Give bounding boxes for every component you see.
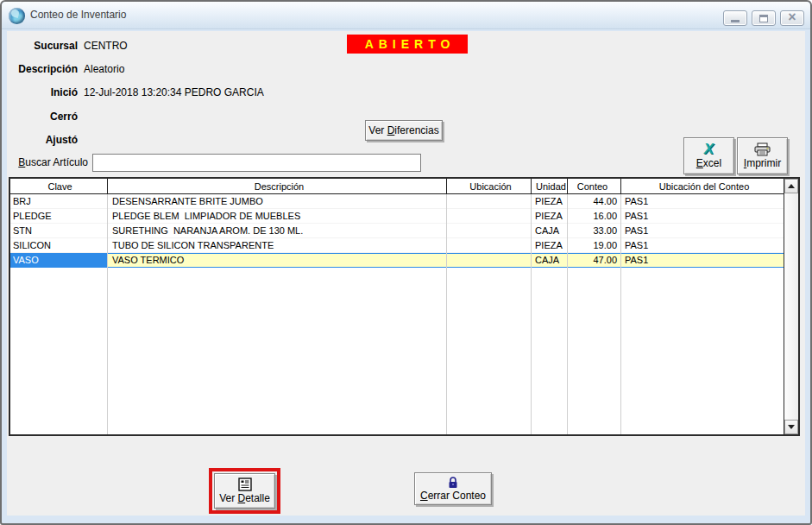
cell-unidad: PIEZA	[532, 194, 568, 209]
cell-ubicacion-conteo: PAS1	[621, 238, 784, 253]
cell-descripcion: SURETHING NARANJA AROM. DE 130 ML.	[108, 224, 447, 238]
cell-ubicacion	[447, 224, 532, 238]
excel-label: Excel	[696, 157, 721, 169]
field-label-ajusto: Ajustó	[9, 134, 78, 146]
cell-ubicacion	[447, 238, 532, 253]
arrow-up-icon	[788, 184, 795, 188]
field-label-sucursal: Sucursal	[9, 40, 78, 52]
empty-cell	[108, 268, 447, 434]
imprimir-button[interactable]: Imprimir	[737, 137, 788, 174]
close-icon: ×	[788, 11, 796, 23]
scroll-down-button[interactable]	[784, 420, 798, 434]
cell-conteo: 16.00	[568, 209, 621, 224]
minimize-button[interactable]	[723, 10, 747, 26]
ver-diferencias-label: Ver Diferencias	[368, 124, 438, 136]
ver-diferencias-button[interactable]: Ver Diferencias	[365, 120, 443, 141]
empty-cell	[621, 268, 784, 434]
printer-icon	[754, 142, 771, 156]
column-header-clave[interactable]: Clave	[10, 179, 108, 193]
cell-unidad: PIEZA	[532, 209, 568, 224]
cell-clave: STN	[10, 224, 108, 238]
inventory-table: Clave Descripción Ubicación Unidad Conte…	[9, 177, 800, 436]
app-icon	[9, 8, 25, 24]
search-input[interactable]	[92, 154, 421, 172]
column-header-unidad[interactable]: Unidad	[532, 179, 568, 193]
arrow-down-icon	[788, 425, 795, 429]
cell-conteo: 47.00	[568, 253, 621, 268]
cell-unidad: CAJA	[532, 253, 568, 268]
field-label-inicio: Inició	[9, 86, 78, 98]
ver-detalle-button[interactable]: Ver Detalle	[214, 473, 275, 509]
cell-ubicacion-conteo: PAS1	[621, 194, 784, 209]
cell-clave: VASO	[10, 253, 108, 268]
empty-cell	[532, 268, 568, 434]
table-row[interactable]: PLEDGE PLEDGE BLEM LIMPIADOR DE MUEBLES …	[10, 209, 784, 224]
cell-unidad: PIEZA	[532, 238, 568, 253]
field-value-descripcion: Aleatorio	[84, 63, 124, 75]
close-button[interactable]: ×	[780, 10, 804, 26]
field-value-inicio: 12-Jul-2018 13:20:34 PEDRO GARCIA	[84, 86, 264, 98]
cerrar-conteo-button[interactable]: Cerrar Conteo	[414, 472, 492, 505]
cell-descripcion: VASO TERMICO	[108, 253, 447, 268]
cell-descripcion: PLEDGE BLEM LIMPIADOR DE MUEBLES	[108, 209, 447, 224]
table-empty-area	[10, 268, 784, 434]
cell-conteo: 19.00	[568, 238, 621, 253]
cerrar-conteo-label: Cerrar Conteo	[420, 490, 486, 502]
scroll-up-button[interactable]	[784, 179, 798, 193]
table-row[interactable]: SILICON TUBO DE SILICON TRANSPARENTE PIE…	[10, 238, 784, 253]
empty-cell	[568, 268, 621, 434]
cell-ubicacion	[447, 209, 532, 224]
window-title: Conteo de Inventario	[30, 9, 126, 21]
cell-conteo: 33.00	[568, 224, 621, 238]
table-row[interactable]: BRJ DESENSARRANTE BRITE JUMBO PIEZA 44.0…	[10, 194, 784, 209]
minimize-icon	[731, 20, 740, 22]
search-label: Buscar Artículo	[2, 156, 88, 168]
field-label-cerro: Cerró	[9, 111, 78, 123]
cell-ubicacion	[447, 194, 532, 209]
table-scrollbar[interactable]	[784, 179, 798, 434]
column-header-ubicacion[interactable]: Ubicación	[447, 179, 532, 193]
title-bar: Conteo de Inventario ×	[2, 2, 810, 29]
cell-conteo: 44.00	[568, 194, 621, 209]
highlight-box: Ver Detalle	[209, 468, 280, 514]
column-header-ubicacion-conteo[interactable]: Ubicación del Conteo	[621, 179, 784, 193]
field-value-sucursal: CENTRO	[84, 40, 128, 52]
cell-clave: BRJ	[10, 194, 108, 209]
imprimir-label: Imprimir	[744, 157, 781, 169]
ver-detalle-label: Ver Detalle	[219, 492, 270, 504]
status-banner: ABIERTO	[347, 35, 468, 54]
window: Conteo de Inventario × Sucursal Descripc…	[0, 0, 812, 525]
window-controls: ×	[723, 10, 804, 26]
cell-descripcion: TUBO DE SILICON TRANSPARENTE	[108, 238, 447, 253]
cell-clave: SILICON	[10, 238, 108, 253]
restore-button[interactable]	[752, 10, 776, 26]
table-body: BRJ DESENSARRANTE BRITE JUMBO PIEZA 44.0…	[10, 194, 784, 434]
cell-unidad: CAJA	[532, 224, 568, 238]
restore-icon	[759, 15, 768, 22]
table-row-selected[interactable]: VASO VASO TERMICO CAJA 47.00 PAS1	[10, 253, 784, 268]
cell-clave: PLEDGE	[10, 209, 108, 224]
column-header-conteo[interactable]: Conteo	[568, 179, 621, 193]
excel-x-icon: X	[704, 142, 714, 156]
empty-cell	[447, 268, 532, 434]
cell-ubicacion-conteo: PAS1	[621, 209, 784, 224]
cell-ubicacion-conteo: PAS1	[621, 224, 784, 238]
cell-ubicacion-conteo: PAS1	[621, 253, 784, 268]
lock-icon	[448, 477, 458, 489]
cell-ubicacion	[447, 253, 532, 268]
table-header-row: Clave Descripción Ubicación Unidad Conte…	[10, 179, 784, 194]
column-header-descripcion[interactable]: Descripción	[108, 179, 447, 193]
detail-report-icon	[238, 478, 252, 491]
empty-cell	[10, 268, 108, 434]
field-label-descripcion: Descripción	[9, 63, 78, 75]
cell-descripcion: DESENSARRANTE BRITE JUMBO	[108, 194, 447, 209]
table-row[interactable]: STN SURETHING NARANJA AROM. DE 130 ML. C…	[10, 224, 784, 238]
excel-button[interactable]: X Excel	[683, 137, 734, 174]
